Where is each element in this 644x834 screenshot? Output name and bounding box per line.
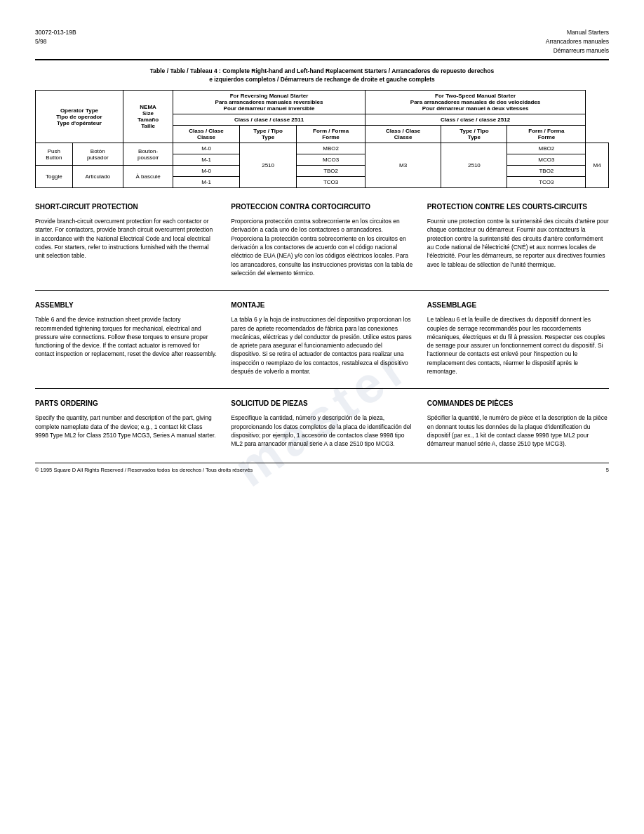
assembly-heading-fr: ASSEMBLAGE	[427, 300, 609, 310]
page-footer: © 1995 Square D All Rights Reserved / Re…	[35, 463, 609, 473]
reversing-class: Class / clase / classe 2511	[173, 114, 365, 126]
reversing-class-col: Class / ClaseClasse	[173, 126, 239, 143]
class-2511: 2510	[239, 143, 297, 188]
form-m4: M4	[586, 143, 609, 188]
short-circuit-text-es: Proporciona protección contra sobrecorri…	[231, 217, 412, 277]
operator-type-header: Operator Type Tipo de operador Type d'op…	[36, 91, 123, 143]
copyright: © 1995 Square D All Rights Reserved / Re…	[35, 467, 253, 473]
header-divider	[35, 59, 609, 60]
type-mbo2: MBO2	[297, 143, 365, 154]
table-row: Toggle Articulado À bascule M-0 TBO2 TBO…	[36, 166, 609, 177]
assembly-fr: ASSEMBLAGE Le tableau 6 et la feuille de…	[427, 300, 609, 376]
push-button-es: Botónpulsador	[72, 143, 123, 166]
parts-ordering-section: PARTS ORDERING Specify the quantity, par…	[35, 399, 609, 448]
nema-m0-1: M-0	[173, 143, 239, 154]
doc-date: 5/98	[35, 37, 76, 46]
form-m3: M3	[365, 143, 441, 188]
section-divider-1	[35, 290, 609, 291]
assembly-heading-es: MONTAJE	[231, 300, 412, 310]
short-circuit-text-en: Provide branch-circuit overcurrent prote…	[35, 217, 217, 260]
type-tco3: TCO3	[297, 177, 365, 188]
title-line2: Arrancadores manuales	[546, 37, 609, 46]
parts-ordering-text-es: Especifique la cantidad, número y descri…	[231, 413, 412, 448]
short-circuit-es: PROTECCION CONTRA CORTOCIRCUITO Proporci…	[231, 202, 412, 277]
replacement-starters-table: Operator Type Tipo de operador Type d'op…	[35, 90, 609, 188]
parts-ordering-heading-fr: COMMANDES DE PIÈCES	[427, 399, 609, 408]
assembly-text-es: La tabla 6 y la hoja de instrucciones de…	[231, 315, 412, 376]
title-line3: Démarreurs manuels	[546, 46, 609, 55]
table-row: PushButton Botónpulsador Bouton-poussoir…	[36, 143, 609, 154]
type-tbo2: TBO2	[297, 166, 365, 177]
type-mbo2-2: MBO2	[507, 143, 586, 154]
type-mco3: MCO3	[297, 154, 365, 166]
twospeed-type-col: Type / TipoType	[441, 126, 507, 143]
short-circuit-fr: PROTECTION CONTRE LES COURTS-CIRCUITS Fo…	[427, 202, 609, 277]
twospeed-class-col: Class / ClaseClasse	[365, 126, 441, 143]
toggle-en: Toggle	[36, 166, 73, 188]
short-circuit-text-fr: Fournir une protection contre la surinte…	[427, 217, 609, 269]
nema-m1-1: M-1	[173, 154, 239, 166]
page-number: 5	[606, 467, 609, 473]
nema-size-header: NEMA Size Tamaño Taille	[123, 91, 173, 143]
toggle-es: Articulado	[72, 166, 123, 188]
parts-ordering-text-en: Specify the quantity, part number and de…	[35, 413, 217, 439]
page-header: 30072-013-19B 5/98 Manual Starters Arran…	[35, 28, 609, 55]
assembly-text-fr: Le tableau 6 et la feuille de directives…	[427, 315, 609, 376]
twospeed-class: Class / clase / classe 2512	[365, 114, 586, 126]
assembly-en: ASSEMBLY Table 6 and the device instruct…	[35, 300, 217, 376]
class-2512: 2510	[441, 143, 507, 188]
assembly-section: ASSEMBLY Table 6 and the device instruct…	[35, 300, 609, 376]
reversing-header: For Reversing Manual Starter Para arranc…	[173, 91, 365, 114]
nema-m0-2: M-0	[173, 166, 239, 177]
parts-ordering-es: SOLICITUD DE PIEZAS Especifique la canti…	[231, 399, 412, 448]
toggle-fr: À bascule	[123, 166, 173, 188]
table-title: Table / Table / Tableau 4 : Complete Rig…	[35, 67, 609, 84]
parts-ordering-heading-en: PARTS ORDERING	[35, 399, 217, 408]
short-circuit-heading-fr: PROTECTION CONTRE LES COURTS-CIRCUITS	[427, 202, 609, 211]
twospeed-form-col: Form / FormaForme	[507, 126, 586, 143]
parts-ordering-text-fr: Spécifier la quantité, le numéro de pièc…	[427, 413, 609, 448]
short-circuit-heading-es: PROTECCION CONTRA CORTOCIRCUITO	[231, 202, 412, 211]
parts-ordering-fr: COMMANDES DE PIÈCES Spécifier la quantit…	[427, 399, 609, 448]
parts-ordering-en: PARTS ORDERING Specify the quantity, par…	[35, 399, 217, 448]
type-mco3-2: MCO3	[507, 154, 586, 166]
assembly-text-en: Table 6 and the device instruction sheet…	[35, 315, 217, 359]
short-circuit-heading-en: SHORT-CIRCUIT PROTECTION	[35, 202, 217, 211]
push-button-fr: Bouton-poussoir	[123, 143, 173, 166]
doc-number: 30072-013-19B	[35, 28, 76, 37]
short-circuit-section: SHORT-CIRCUIT PROTECTION Provide branch-…	[35, 202, 609, 277]
short-circuit-en: SHORT-CIRCUIT PROTECTION Provide branch-…	[35, 202, 217, 277]
section-divider-2	[35, 388, 609, 389]
reversing-type-col: Type / TipoType	[239, 126, 297, 143]
twospeed-header: For Two-Speed Manual Starter Para arranc…	[365, 91, 586, 114]
type-tbo2-2: TBO2	[507, 166, 586, 177]
reversing-form-col: Form / FormaForme	[297, 126, 365, 143]
push-button-en: PushButton	[36, 143, 73, 166]
assembly-heading-en: ASSEMBLY	[35, 300, 217, 310]
title-line1: Manual Starters	[546, 28, 609, 37]
doc-title: Manual Starters Arrancadores manuales Dé…	[546, 28, 609, 55]
type-tco3-2: TCO3	[507, 177, 586, 188]
parts-ordering-heading-es: SOLICITUD DE PIEZAS	[231, 399, 412, 408]
assembly-es: MONTAJE La tabla 6 y la hoja de instrucc…	[231, 300, 412, 376]
doc-info: 30072-013-19B 5/98	[35, 28, 76, 46]
nema-m1-2: M-1	[173, 177, 239, 188]
